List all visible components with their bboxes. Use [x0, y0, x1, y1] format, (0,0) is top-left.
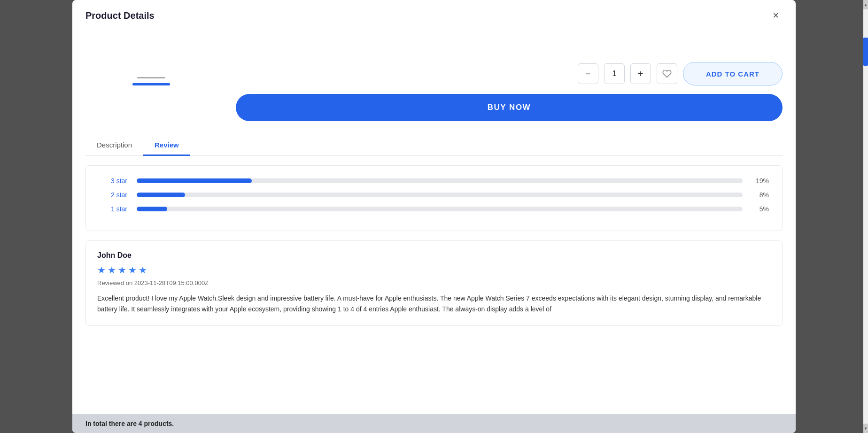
review-card: John Doe ★ ★ ★ ★ ★ Reviewed on 2023-11-2… [85, 240, 783, 326]
quantity-increase-button[interactable]: + [630, 63, 651, 84]
scroll-up-arrow: ▲ [864, 3, 868, 7]
heart-icon [662, 69, 672, 78]
product-details-modal: Product Details × − 1 [72, 0, 796, 433]
modal-overlay: Product Details × − 1 [0, 0, 868, 433]
progress-bg-2star [137, 193, 743, 197]
rating-row-2star: 2 star 8% [99, 191, 769, 199]
tab-description[interactable]: Description [85, 134, 143, 156]
product-image-area [85, 34, 217, 125]
stars-row: ★ ★ ★ ★ ★ [97, 264, 771, 276]
modal-body: − 1 + ADD TO CART BUY NOW [72, 29, 796, 414]
modal-header: Product Details × [72, 0, 796, 29]
rating-row-3star: 3 star 19% [99, 177, 769, 185]
buy-now-button[interactable]: BUY NOW [236, 94, 783, 121]
tabs-row: Description Review [85, 134, 783, 156]
quantity-decrease-button[interactable]: − [578, 63, 598, 84]
progress-bg-3star [137, 178, 743, 183]
progress-fill-1star [137, 207, 167, 211]
star-label-2: 2 star [99, 191, 127, 199]
modal-title: Product Details [85, 10, 155, 21]
star-label-1: 1 star [99, 205, 127, 213]
footer-bar: In total there are 4 products. [72, 414, 796, 433]
product-image-placeholder [104, 39, 198, 85]
progress-fill-2star [137, 193, 185, 197]
image-blue-line [132, 83, 170, 85]
star-3-icon: ★ [118, 264, 126, 276]
star-1-icon: ★ [97, 264, 106, 276]
scrollbar-track: ▲ ▼ [863, 0, 868, 433]
review-section: 3 star 19% 2 star 8% 1 star [85, 165, 783, 231]
star-label-3: 3 star [99, 177, 127, 185]
scrollbar-up-button[interactable]: ▲ [863, 0, 868, 9]
product-actions: − 1 + ADD TO CART BUY NOW [236, 34, 783, 125]
footer-text: In total there are 4 products. [85, 420, 174, 427]
wishlist-button[interactable] [657, 63, 677, 84]
add-to-cart-button[interactable]: ADD TO CART [683, 62, 783, 85]
pct-label-1star: 5% [752, 205, 769, 213]
pct-label-3star: 19% [752, 177, 769, 185]
star-4-icon: ★ [128, 264, 137, 276]
pct-label-2star: 8% [752, 191, 769, 199]
quantity-row: − 1 + ADD TO CART [236, 62, 783, 85]
close-button[interactable]: × [769, 8, 783, 23]
rating-row-1star: 1 star 5% [99, 205, 769, 213]
review-date: Reviewed on 2023-11-28T09:15:00.000Z [97, 279, 771, 286]
star-5-icon: ★ [139, 264, 147, 276]
product-section: − 1 + ADD TO CART BUY NOW [85, 29, 783, 134]
reviewer-name: John Doe [97, 251, 771, 260]
review-text: Excellent product! I love my Apple Watch… [97, 293, 771, 316]
star-2-icon: ★ [108, 264, 116, 276]
quantity-value: 1 [604, 63, 625, 84]
scroll-down-arrow: ▼ [864, 426, 868, 431]
progress-bg-1star [137, 207, 743, 211]
progress-fill-3star [137, 178, 252, 183]
scrollbar-thumb[interactable] [863, 38, 868, 66]
image-decoration-line [137, 77, 165, 78]
tab-review[interactable]: Review [143, 134, 190, 156]
scrollbar-down-button[interactable]: ▼ [863, 424, 868, 433]
